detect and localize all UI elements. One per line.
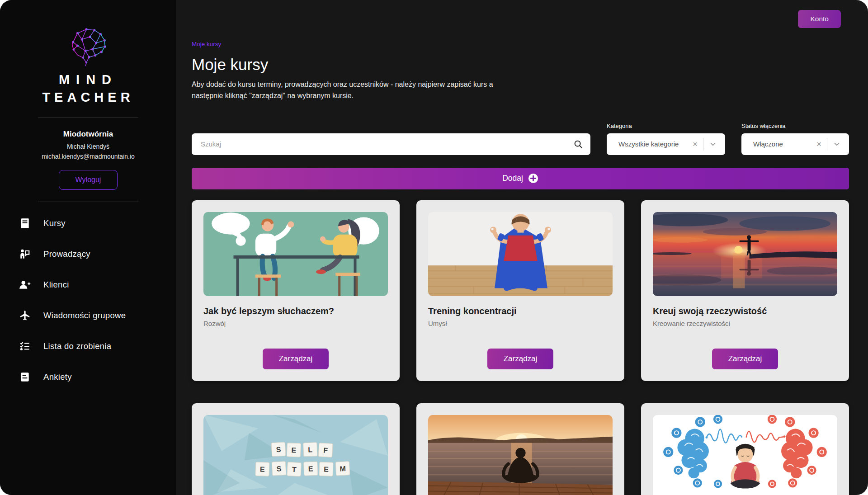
logo: MIND TEACHER xyxy=(42,24,134,105)
plus-circle-icon xyxy=(528,173,538,184)
presenter-icon xyxy=(19,248,31,260)
sidebar-item-label: Klienci xyxy=(43,280,69,290)
course-card: S E L F E S T E E M xyxy=(192,403,400,495)
logo-text-line1: MIND xyxy=(59,72,118,87)
page-description: Aby dodać do kursu terminy, prowadzących… xyxy=(192,79,508,102)
sidebar-item-klienci[interactable]: Klienci xyxy=(19,279,176,291)
user-email: michal.kiendys@madmountain.io xyxy=(42,153,135,160)
status-selected-value: Włączone xyxy=(753,140,811,148)
chevron-down-icon[interactable] xyxy=(703,140,721,148)
sidebar: MIND TEACHER Miodotwórnia Michał Kiendyś… xyxy=(0,0,176,495)
sidebar-item-wiadomosci-grupowe[interactable]: Wiadomości grupowe xyxy=(19,310,176,321)
filter-row: Kategoria Wszystkie kategorie × Status w… xyxy=(192,123,849,155)
course-image xyxy=(203,212,388,296)
manage-button[interactable]: Zarządzaj xyxy=(487,349,554,369)
superhero-kid-photo xyxy=(428,212,613,296)
manage-button[interactable]: Zarządzaj xyxy=(263,349,329,369)
svg-text:E: E xyxy=(260,465,265,473)
course-category: Umysł xyxy=(428,320,613,327)
survey-icon xyxy=(19,371,31,383)
app-window: MIND TEACHER Miodotwórnia Michał Kiendyś… xyxy=(0,0,868,495)
page-title: Moje kursy xyxy=(192,56,849,74)
add-course-button[interactable]: Dodaj xyxy=(192,168,849,189)
sidebar-item-label: Wiadomości grupowe xyxy=(43,311,126,321)
course-image: S E L F E S T E E M xyxy=(203,415,388,495)
sidebar-item-ankiety[interactable]: Ankiety xyxy=(19,371,176,383)
svg-text:S: S xyxy=(276,445,281,453)
search-input[interactable] xyxy=(201,140,573,148)
self-esteem-tiles-photo: S E L F E S T E E M xyxy=(203,415,388,495)
svg-text:F: F xyxy=(323,446,328,454)
course-card: Trening koncentracji Umysł Zarządzaj xyxy=(416,200,624,381)
course-image xyxy=(653,415,837,495)
checklist-icon xyxy=(19,340,31,352)
logo-text-line2: TEACHER xyxy=(42,90,134,105)
user-name: Michał Kiendyś xyxy=(67,143,109,150)
chevron-down-icon[interactable] xyxy=(827,140,844,148)
sidebar-nav: Kursy Prowadzący Klienci Wiadomości grup… xyxy=(0,217,176,402)
conversation-illustration xyxy=(203,212,388,296)
brain-meditation-illustration xyxy=(653,415,837,495)
organization-name: Miodotwórnia xyxy=(63,130,113,139)
clear-icon[interactable]: × xyxy=(811,140,827,148)
course-title: Jak być lepszym słuchaczem? xyxy=(203,306,388,316)
category-select[interactable]: Wszystkie kategorie × xyxy=(607,133,725,155)
svg-text:E: E xyxy=(324,465,329,473)
status-filter: Status włączenia Włączone × xyxy=(741,123,849,155)
course-category: Kreowanie rzeczywistości xyxy=(653,320,837,327)
sidebar-item-kursy[interactable]: Kursy xyxy=(19,217,176,229)
sidebar-item-lista-do-zrobienia[interactable]: Lista do zrobienia xyxy=(19,340,176,352)
category-selected-value: Wszystkie kategorie xyxy=(618,140,687,148)
course-card: Kreuj swoją rzeczywistość Kreowanie rzec… xyxy=(641,200,849,381)
svg-text:M: M xyxy=(340,464,346,473)
course-image xyxy=(428,415,613,495)
clear-icon[interactable]: × xyxy=(687,140,703,148)
course-grid: Jak być lepszym słuchaczem? Rozwój Zarzą… xyxy=(192,200,849,495)
logout-button[interactable]: Wyloguj xyxy=(59,170,118,190)
manage-button[interactable]: Zarządzaj xyxy=(712,349,778,369)
course-title: Trening koncentracji xyxy=(428,306,613,316)
course-image xyxy=(653,212,837,296)
course-image xyxy=(428,212,613,296)
search-icon[interactable] xyxy=(573,139,583,149)
sidebar-item-prowadzacy[interactable]: Prowadzący xyxy=(19,248,176,260)
sidebar-item-label: Ankiety xyxy=(43,372,72,382)
svg-text:E: E xyxy=(308,464,314,472)
course-card xyxy=(641,403,849,495)
course-title: Kreuj swoją rzeczywistość xyxy=(653,306,837,316)
brain-network-logo-icon xyxy=(61,24,115,68)
category-label: Kategoria xyxy=(607,123,725,129)
course-card xyxy=(416,403,624,495)
sunset-meditation-photo xyxy=(428,415,613,495)
sidebar-item-label: Prowadzący xyxy=(43,249,90,259)
sidebar-divider xyxy=(38,202,138,202)
status-label: Status włączenia xyxy=(741,123,849,129)
search-box xyxy=(192,133,590,155)
book-icon xyxy=(19,217,31,229)
svg-text:L: L xyxy=(308,445,313,453)
paper-plane-icon xyxy=(19,310,31,321)
course-card: Jak być lepszym słuchaczem? Rozwój Zarzą… xyxy=(192,200,400,381)
sidebar-item-label: Lista do zrobienia xyxy=(43,341,111,351)
breadcrumb[interactable]: Moje kursy xyxy=(192,41,849,47)
category-filter: Kategoria Wszystkie kategorie × xyxy=(607,123,725,155)
svg-text:T: T xyxy=(292,465,297,473)
add-button-label: Dodaj xyxy=(502,174,523,183)
status-select[interactable]: Włączone × xyxy=(741,133,849,155)
sidebar-divider xyxy=(38,118,138,118)
account-button[interactable]: Konto xyxy=(798,10,841,28)
svg-text:S: S xyxy=(276,464,282,473)
main-content: Konto Moje kursy Moje kursy Aby dodać do… xyxy=(176,0,868,495)
person-add-icon xyxy=(19,279,31,291)
sidebar-item-label: Kursy xyxy=(43,218,66,228)
svg-text:E: E xyxy=(291,446,297,454)
course-category: Rozwój xyxy=(203,320,388,327)
sunset-silhouette-photo xyxy=(653,212,837,296)
